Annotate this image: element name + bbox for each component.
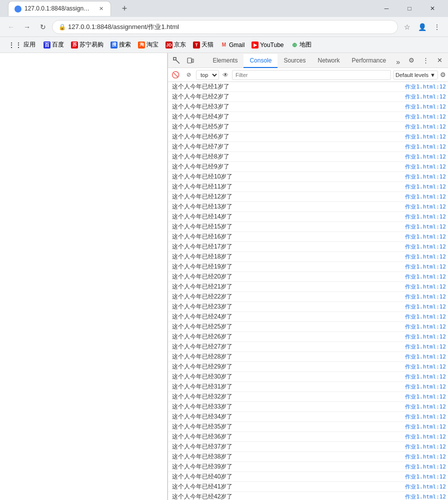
console-row: 这个人今年已经20岁了作业1.html:12 xyxy=(168,272,448,282)
console-source-link[interactable]: 作业1.html:12 xyxy=(405,193,446,200)
console-source-link[interactable]: 作业1.html:12 xyxy=(405,173,446,180)
devtools-settings-button[interactable]: ⚙ xyxy=(405,54,418,67)
console-row: 这个人今年已经25岁了作业1.html:12 xyxy=(168,322,448,332)
console-message: 这个人今年已经35岁了 xyxy=(172,422,405,431)
bookmark-baidu[interactable]: 百 百度 xyxy=(40,40,67,50)
console-source-link[interactable]: 作业1.html:12 xyxy=(405,493,446,500)
console-source-link[interactable]: 作业1.html:12 xyxy=(405,383,446,390)
console-source-link[interactable]: 作业1.html:12 xyxy=(405,123,446,130)
console-source-link[interactable]: 作业1.html:12 xyxy=(405,343,446,350)
console-source-link[interactable]: 作业1.html:12 xyxy=(405,403,446,410)
console-source-link[interactable]: 作业1.html:12 xyxy=(405,203,446,210)
address-input[interactable]: 🔒 127.0.0.1:8848/assignment/作业1.html xyxy=(52,20,398,34)
devtools-more-button[interactable]: ⋮ xyxy=(419,54,432,67)
console-source-link[interactable]: 作业1.html:12 xyxy=(405,153,446,160)
console-source-link[interactable]: 作业1.html:12 xyxy=(405,283,446,290)
console-source-link[interactable]: 作业1.html:12 xyxy=(405,443,446,450)
bookmark-suning[interactable]: 苏 苏宁易购 xyxy=(68,40,106,50)
console-source-link[interactable]: 作业1.html:12 xyxy=(405,243,446,250)
bookmark-star-button[interactable]: ☆ xyxy=(400,20,414,34)
back-button[interactable]: ← xyxy=(4,20,18,34)
tab-sources[interactable]: Sources xyxy=(278,54,312,68)
maximize-button[interactable]: □ xyxy=(398,0,421,17)
inspect-element-button[interactable] xyxy=(170,54,183,67)
console-message: 这个人今年已经1岁了 xyxy=(172,82,405,91)
console-row: 这个人今年已经8岁了作业1.html:12 xyxy=(168,152,448,162)
bookmark-tianmao[interactable]: T 天猫 xyxy=(190,40,216,50)
console-row: 这个人今年已经4岁了作业1.html:12 xyxy=(168,112,448,122)
console-source-link[interactable]: 作业1.html:12 xyxy=(405,213,446,220)
console-filter-bar: 🚫 ⊘ top 👁 Default levels ▼ ⚙ xyxy=(168,68,448,82)
devtools-close-button[interactable]: ✕ xyxy=(433,54,446,67)
tab-elements[interactable]: Elements xyxy=(206,54,244,68)
console-row: 这个人今年已经3岁了作业1.html:12 xyxy=(168,102,448,112)
console-row: 这个人今年已经31岁了作业1.html:12 xyxy=(168,382,448,392)
console-context-select[interactable]: top xyxy=(196,70,219,80)
console-source-link[interactable]: 作业1.html:12 xyxy=(405,453,446,460)
console-row: 这个人今年已经11岁了作业1.html:12 xyxy=(168,182,448,192)
console-source-link[interactable]: 作业1.html:12 xyxy=(405,83,446,90)
console-source-link[interactable]: 作业1.html:12 xyxy=(405,423,446,430)
console-message: 这个人今年已经26岁了 xyxy=(172,332,405,341)
console-source-link[interactable]: 作业1.html:12 xyxy=(405,263,446,270)
console-source-link[interactable]: 作业1.html:12 xyxy=(405,163,446,170)
console-source-link[interactable]: 作业1.html:12 xyxy=(405,133,446,140)
console-message: 这个人今年已经19岁了 xyxy=(172,262,405,271)
console-source-link[interactable]: 作业1.html:12 xyxy=(405,293,446,300)
console-message: 这个人今年已经21岁了 xyxy=(172,282,405,291)
console-source-link[interactable]: 作业1.html:12 xyxy=(405,253,446,260)
close-button[interactable]: ✕ xyxy=(421,0,444,17)
console-source-link[interactable]: 作业1.html:12 xyxy=(405,353,446,360)
console-output: 这个人今年已经1岁了作业1.html:12这个人今年已经2岁了作业1.html:… xyxy=(168,82,448,500)
bookmark-gmail[interactable]: M Gmail xyxy=(218,40,248,50)
console-source-link[interactable]: 作业1.html:12 xyxy=(405,483,446,490)
apps-button[interactable]: ⋮⋮ 应用 xyxy=(4,40,40,50)
refresh-button[interactable]: ↻ xyxy=(36,20,50,34)
more-tabs-button[interactable]: » xyxy=(392,56,404,68)
menu-button[interactable]: ⋮ xyxy=(430,20,444,34)
bookmark-jd[interactable]: JD 京东 xyxy=(162,40,189,50)
console-source-link[interactable]: 作业1.html:12 xyxy=(405,273,446,280)
console-source-link[interactable]: 作业1.html:12 xyxy=(405,93,446,100)
bookmark-search[interactable]: 搜 搜索 xyxy=(108,40,134,50)
bookmark-ditu[interactable]: ⊕ 地图 xyxy=(288,40,314,50)
console-source-link[interactable]: 作业1.html:12 xyxy=(405,143,446,150)
jd-icon: JD xyxy=(166,42,172,48)
console-source-link[interactable]: 作业1.html:12 xyxy=(405,333,446,340)
bookmark-taobao[interactable]: 淘 淘宝 xyxy=(135,40,162,50)
console-source-link[interactable]: 作业1.html:12 xyxy=(405,113,446,120)
console-source-link[interactable]: 作业1.html:12 xyxy=(405,393,446,400)
console-source-link[interactable]: 作业1.html:12 xyxy=(405,463,446,470)
browser-tab[interactable]: 127.0.0.1:8848/assignment/作... ✕ xyxy=(8,1,111,16)
new-tab-button[interactable]: + xyxy=(118,2,131,15)
console-source-link[interactable]: 作业1.html:12 xyxy=(405,103,446,110)
tab-performance[interactable]: Performance xyxy=(346,54,392,68)
tab-close-button[interactable]: ✕ xyxy=(98,6,104,12)
console-clear-button[interactable]: 🚫 xyxy=(170,70,181,80)
console-message: 这个人今年已经10岁了 xyxy=(172,172,405,181)
console-source-link[interactable]: 作业1.html:12 xyxy=(405,303,446,310)
console-settings-button[interactable]: ⚙ xyxy=(440,71,446,78)
console-source-link[interactable]: 作业1.html:12 xyxy=(405,233,446,240)
tab-console[interactable]: Console xyxy=(244,54,278,68)
console-message: 这个人今年已经39岁了 xyxy=(172,462,405,471)
bookmark-youtube[interactable]: ▶ YouTube xyxy=(248,40,286,50)
forward-button[interactable]: → xyxy=(20,20,34,34)
console-source-link[interactable]: 作业1.html:12 xyxy=(405,323,446,330)
profile-button[interactable]: 👤 xyxy=(415,20,429,34)
tab-network[interactable]: Network xyxy=(312,54,346,68)
console-source-link[interactable]: 作业1.html:12 xyxy=(405,363,446,370)
minimize-button[interactable]: ─ xyxy=(375,0,398,17)
console-filter-toggle[interactable]: ⊘ xyxy=(183,70,194,80)
default-levels-dropdown[interactable]: Default levels ▼ xyxy=(393,70,438,80)
console-source-link[interactable]: 作业1.html:12 xyxy=(405,413,446,420)
console-row: 这个人今年已经33岁了作业1.html:12 xyxy=(168,402,448,412)
console-source-link[interactable]: 作业1.html:12 xyxy=(405,433,446,440)
console-filter-input[interactable] xyxy=(232,70,391,80)
device-toggle-button[interactable] xyxy=(184,54,197,67)
console-source-link[interactable]: 作业1.html:12 xyxy=(405,313,446,320)
console-source-link[interactable]: 作业1.html:12 xyxy=(405,373,446,380)
console-source-link[interactable]: 作业1.html:12 xyxy=(405,183,446,190)
console-source-link[interactable]: 作业1.html:12 xyxy=(405,473,446,480)
console-source-link[interactable]: 作业1.html:12 xyxy=(405,223,446,230)
